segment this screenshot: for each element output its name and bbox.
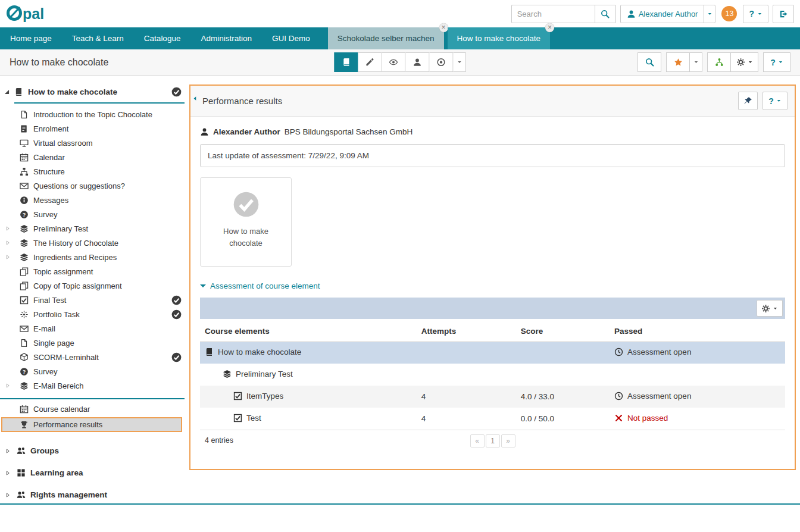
tree-item-copy-of-topic-assignment[interactable]: Copy of Topic assignment <box>0 278 189 293</box>
search-button[interactable] <box>595 5 616 23</box>
course-status-card[interactable]: How to make chocolate <box>200 177 292 267</box>
tree-item-e-mail-bereich[interactable]: E-Mail Bereich <box>0 378 189 393</box>
course-element-row[interactable]: How to make chocolateAssessment open <box>200 342 785 364</box>
logout-button[interactable] <box>773 5 794 23</box>
tab-close-button[interactable]: × <box>545 23 554 32</box>
tree-item-portfolio-task[interactable]: Portfolio Task <box>0 307 189 321</box>
course-element-row[interactable]: ItemTypes44.0 / 33.0Assessment open <box>200 386 785 408</box>
tree-item-preliminary-test[interactable]: Preliminary Test <box>0 221 189 236</box>
tab-how-to-make-chocolate[interactable]: How to make chocolate× <box>448 27 550 49</box>
user-menu-caret[interactable] <box>704 5 715 23</box>
tree-item-enrolment[interactable]: Enrolment <box>0 121 189 136</box>
assessment-tool-button[interactable] <box>430 52 454 72</box>
help-label: ? <box>770 58 776 67</box>
panel-help-button[interactable]: ? <box>762 92 788 110</box>
cell-passed: Assessment open <box>610 342 785 364</box>
sidebar-sections: GroupsLearning areaRights management <box>0 440 189 506</box>
tree-item-single-page[interactable]: Single page <box>0 336 189 350</box>
pagination-button[interactable]: » <box>501 434 515 447</box>
cell-course-element: ItemTypes <box>200 386 417 408</box>
tree-item-ingredients-and-recipes[interactable]: Ingredients and Recipes <box>0 250 189 264</box>
question-icon <box>20 210 29 219</box>
pagination-button[interactable]: « <box>470 434 485 447</box>
search-input[interactable] <box>511 5 595 23</box>
help-button[interactable]: ? <box>743 5 768 23</box>
bookmark-star-button[interactable] <box>666 52 690 72</box>
members-button[interactable] <box>406 52 430 72</box>
collapse-panel-icon[interactable] <box>192 95 198 102</box>
chevron-down-icon <box>776 98 782 104</box>
tree-item-the-history-of-chocolate[interactable]: The History of Chocolate <box>0 236 189 250</box>
bookmark-caret[interactable] <box>690 52 702 72</box>
expand-icon[interactable] <box>5 448 11 454</box>
tools-group <box>707 52 758 72</box>
nav-item-gui-demo[interactable]: GUI Demo <box>262 27 320 49</box>
bookmark-group <box>666 52 702 72</box>
sidebar-section-rights-management[interactable]: Rights management <box>0 484 189 506</box>
settings-button[interactable] <box>731 52 758 72</box>
tree-root-course[interactable]: How to make chocolate <box>14 84 185 104</box>
status: Assessment open <box>614 348 691 356</box>
tree-item-questions-or-suggestions[interactable]: Questions or suggestions? <box>0 179 189 193</box>
course-view-button[interactable] <box>335 52 358 72</box>
tree-item-label: Ingredients and Recipes <box>33 253 117 262</box>
tab-schokolade-selber-machen[interactable]: Schokolade selber machen× <box>328 27 444 49</box>
toolbar-help-button[interactable]: ? <box>763 52 790 72</box>
tree-item-introduction-to-the-topic-chocolate[interactable]: Introduction to the Topic Chocolate <box>0 107 189 121</box>
more-views-caret[interactable] <box>454 52 466 72</box>
tree-item-survey[interactable]: Survey <box>0 207 189 221</box>
sidebar-section-learning-area[interactable]: Learning area <box>0 462 189 484</box>
assessment-section-toggle[interactable]: Assessment of course element <box>200 281 320 290</box>
table-footer: 4 entries «1» <box>200 430 785 450</box>
tree-item-survey[interactable]: Survey <box>0 364 189 378</box>
table-settings-button[interactable] <box>757 300 783 317</box>
toolbar-actions: ? <box>638 52 790 72</box>
group-icon <box>17 490 26 499</box>
opal-logo[interactable]: pal <box>6 4 57 24</box>
nav-item-home-page[interactable]: Home page <box>0 27 62 49</box>
tree-item-final-test[interactable]: Final Test <box>0 293 189 307</box>
panel-header: Performance results ? <box>190 86 795 117</box>
tree-item-structure[interactable]: Structure <box>0 164 189 179</box>
expand-icon[interactable] <box>5 254 11 260</box>
toolbar-search-button[interactable] <box>638 52 661 72</box>
tool-item-performance-results[interactable]: Performance results <box>1 417 182 432</box>
sidebar-section-groups[interactable]: Groups <box>0 440 189 462</box>
nav-item-teach-learn[interactable]: Teach & Learn <box>62 27 134 49</box>
cell-passed <box>610 364 785 386</box>
expand-icon[interactable] <box>5 383 11 389</box>
tree-item-label: Final Test <box>33 296 66 305</box>
tool-item-course-calendar[interactable]: Course calendar <box>0 402 189 417</box>
expand-icon[interactable] <box>5 240 11 246</box>
edit-course-button[interactable] <box>358 52 382 72</box>
expand-icon[interactable] <box>5 470 11 476</box>
tab-close-button[interactable]: × <box>439 23 448 32</box>
cell-score <box>516 342 610 364</box>
gear-icon <box>761 304 770 313</box>
tree-item-calendar[interactable]: Calendar <box>0 150 189 164</box>
detach-panel-button[interactable] <box>738 92 758 110</box>
notification-badge[interactable]: 13 <box>721 6 737 21</box>
user-menu-button[interactable]: Alexander Author <box>620 5 705 23</box>
share-button[interactable] <box>707 52 731 72</box>
clock-icon <box>614 348 623 356</box>
tree-item-topic-assignment[interactable]: Topic assignment <box>0 264 189 278</box>
preview-button[interactable] <box>382 52 406 72</box>
nav-item-administration[interactable]: Administration <box>190 27 262 49</box>
collapse-all-icon[interactable] <box>4 89 10 95</box>
expand-icon[interactable] <box>5 492 11 498</box>
pagination-button[interactable]: 1 <box>486 434 500 447</box>
course-element-row[interactable]: Preliminary Test <box>200 364 785 386</box>
nav-item-catalogue[interactable]: Catalogue <box>134 27 191 49</box>
expand-icon[interactable] <box>5 226 11 231</box>
status-text: Assessment open <box>627 392 691 400</box>
chevron-down-icon <box>748 60 753 65</box>
book-icon <box>342 58 351 67</box>
tree-item-virtual-classroom[interactable]: Virtual classroom <box>0 136 189 150</box>
assessed-user-org: BPS Bildungsportal Sachsen GmbH <box>285 127 412 136</box>
course-element-row[interactable]: Test40.0 / 50.0Not passed <box>200 408 785 430</box>
completed-check-icon <box>233 191 260 218</box>
tree-item-messages[interactable]: Messages <box>0 193 189 207</box>
tree-item-scorm-lerninhalt[interactable]: SCORM-Lerninhalt <box>0 350 189 364</box>
tree-item-e-mail[interactable]: E-mail <box>0 321 189 336</box>
